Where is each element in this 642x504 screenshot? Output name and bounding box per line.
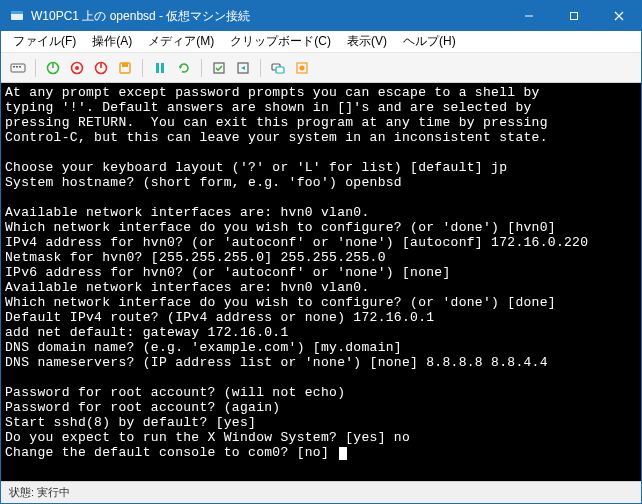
terminal-output[interactable]: At any prompt except password prompts yo… [1,83,641,481]
shutdown-button[interactable] [90,57,112,79]
menu-view[interactable]: 表示(V) [339,31,395,52]
statusbar: 状態: 実行中 [1,481,641,503]
svg-rect-7 [13,66,15,68]
share-button[interactable] [291,57,313,79]
svg-rect-3 [570,13,577,20]
svg-rect-6 [11,64,25,72]
toolbar [1,53,641,83]
svg-point-13 [75,66,79,70]
menu-help[interactable]: ヘルプ(H) [395,31,464,52]
svg-rect-1 [11,11,23,14]
menu-file[interactable]: ファイル(F) [5,31,84,52]
toolbar-separator [35,59,36,77]
reset-button[interactable] [173,57,195,79]
status-value: 実行中 [37,485,70,500]
minimize-button[interactable] [506,1,551,31]
app-icon [9,8,25,24]
toolbar-separator [201,59,202,77]
checkpoint-button[interactable] [208,57,230,79]
turnoff-button[interactable] [66,57,88,79]
toolbar-separator [260,59,261,77]
window-controls [506,1,641,31]
svg-rect-17 [122,63,128,67]
titlebar: W10PC1 上の openbsd - 仮想マシン接続 [1,1,641,31]
window-title: W10PC1 上の openbsd - 仮想マシン接続 [31,8,506,25]
cursor [339,447,347,460]
svg-point-26 [300,65,305,70]
svg-rect-24 [276,67,284,73]
svg-rect-18 [156,63,159,73]
status-label: 状態: [9,485,34,500]
ctrl-alt-del-button[interactable] [7,57,29,79]
menu-action[interactable]: 操作(A) [84,31,140,52]
svg-rect-9 [19,66,21,68]
close-button[interactable] [596,1,641,31]
toolbar-separator [142,59,143,77]
pause-button[interactable] [149,57,171,79]
menu-clipboard[interactable]: クリップボード(C) [222,31,339,52]
svg-rect-8 [16,66,18,68]
menubar: ファイル(F) 操作(A) メディア(M) クリップボード(C) 表示(V) ヘ… [1,31,641,53]
save-button[interactable] [114,57,136,79]
revert-button[interactable] [232,57,254,79]
svg-rect-19 [161,63,164,73]
maximize-button[interactable] [551,1,596,31]
enhanced-session-button[interactable] [267,57,289,79]
menu-media[interactable]: メディア(M) [140,31,222,52]
start-button[interactable] [42,57,64,79]
